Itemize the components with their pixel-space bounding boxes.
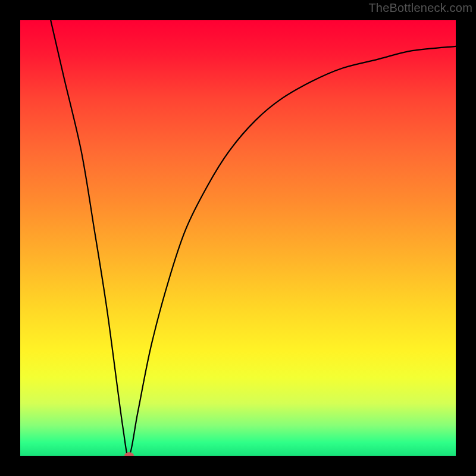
chart-plot-area: [20, 20, 456, 456]
minimum-marker: [124, 452, 134, 456]
chart-frame: TheBottleneck.com: [0, 0, 476, 476]
bottleneck-curve: [51, 20, 456, 456]
watermark-text: TheBottleneck.com: [368, 1, 472, 15]
chart-svg: [20, 20, 456, 456]
